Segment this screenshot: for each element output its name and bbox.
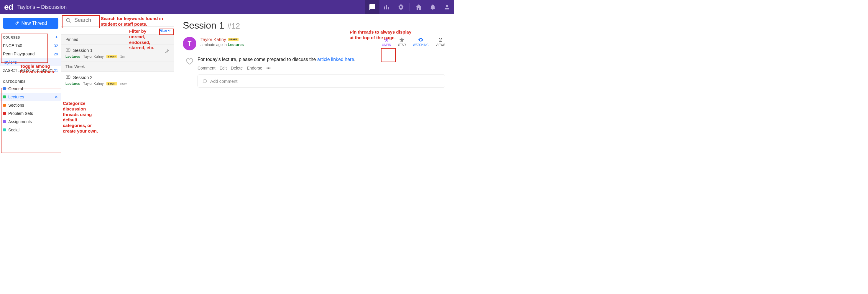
thread-item-title: Session 1 [73, 48, 93, 53]
category-swatch [3, 120, 6, 123]
course-row[interactable]: Taylor's [0, 58, 61, 66]
thread-item[interactable]: Session 2 Lectures Taylor Kahny STAFF no… [61, 72, 174, 89]
pin-icon [164, 48, 169, 55]
sidebar: New Thread COURSES + FNCE 74032 Penn Pla… [0, 14, 61, 156]
thread-item-title: Session 2 [73, 75, 93, 80]
watch-button[interactable]: WATCHING [413, 37, 428, 46]
endorse-action[interactable]: Endorse [247, 66, 262, 70]
comment-icon [202, 78, 207, 84]
category-row[interactable]: Sections [0, 101, 61, 109]
star-icon [399, 37, 405, 43]
categories-heading: CATEGORIES [3, 80, 26, 84]
topbar: ed Taylor's – Discussion [0, 0, 454, 14]
thread-section-header: This Week [61, 62, 174, 72]
staff-badge: STAFF [228, 38, 239, 41]
delete-action[interactable]: Delete [231, 66, 243, 70]
category-swatch [3, 128, 6, 131]
unpin-button[interactable]: UNPIN [382, 37, 391, 46]
more-icon[interactable]: ••• [266, 66, 271, 70]
staff-badge: STAFF [106, 82, 117, 86]
comment-input[interactable]: Add comment [197, 74, 445, 88]
discussion-icon[interactable] [365, 0, 379, 14]
course-row[interactable]: FNCE 74032 [0, 41, 61, 50]
category-row[interactable]: General [0, 85, 61, 93]
chevron-down-icon [168, 29, 171, 32]
thread-title: Session 1 [183, 20, 224, 31]
search-icon [65, 18, 71, 23]
author-name[interactable]: Taylor Kahny [200, 37, 226, 42]
courses-heading: COURSES [3, 36, 20, 39]
logo[interactable]: ed [0, 2, 18, 12]
thread-list: Filter Pinned Session 1 Lectures Taylor … [61, 14, 174, 156]
thread-body: For today's lecture, please come prepare… [197, 57, 445, 62]
category-swatch [3, 112, 6, 115]
views-count: 2 VIEWS [436, 37, 445, 46]
avatar: T [183, 37, 196, 51]
comment-action[interactable]: Comment [197, 66, 216, 70]
category-row[interactable]: Assignments [0, 118, 61, 126]
category-row[interactable]: Social [0, 126, 61, 134]
post-actions: Comment Edit Delete Endorse ••• [197, 66, 445, 70]
search-input[interactable] [74, 17, 169, 23]
staff-badge: STAFF [106, 55, 117, 58]
star-button[interactable]: STAR [398, 37, 406, 46]
bell-icon[interactable] [426, 0, 440, 14]
svg-point-0 [66, 18, 70, 22]
gear-icon[interactable] [394, 0, 408, 14]
thread-item[interactable]: Session 1 Lectures Taylor Kahny STAFF 1m [61, 44, 174, 62]
add-course-button[interactable]: + [55, 34, 58, 40]
svg-line-1 [69, 21, 71, 22]
edit-icon [14, 21, 19, 26]
category-swatch [3, 87, 6, 90]
page-title: Taylor's – Discussion [18, 4, 67, 10]
category-swatch [3, 95, 6, 98]
svg-rect-2 [66, 48, 70, 52]
svg-rect-5 [66, 75, 70, 79]
account-icon[interactable] [440, 0, 454, 14]
category-row[interactable]: Lectures✕ [0, 93, 61, 101]
body-link[interactable]: article linked here [317, 57, 354, 62]
heart-icon[interactable] [185, 57, 193, 65]
thread-view: Session 1 #12 T Taylor Kahny STAFF a min… [174, 14, 454, 156]
post-icon [65, 47, 71, 53]
home-icon[interactable] [412, 0, 426, 14]
edit-action[interactable]: Edit [220, 66, 227, 70]
new-thread-button[interactable]: New Thread [3, 18, 58, 29]
course-row[interactable]: zAS-CTL-EDST-001 B202121 [0, 66, 61, 74]
new-thread-label: New Thread [22, 21, 47, 26]
analytics-icon[interactable] [379, 0, 394, 14]
close-icon[interactable]: ✕ [55, 95, 58, 99]
course-row[interactable]: Penn Playground29 [0, 50, 61, 58]
filter-button[interactable]: Filter [159, 28, 171, 33]
post-icon [65, 74, 71, 80]
pin-icon [383, 37, 390, 43]
category-row[interactable]: Problem Sets [0, 109, 61, 118]
eye-icon [418, 37, 424, 43]
category-swatch [3, 104, 6, 107]
thread-category-link[interactable]: Lectures [228, 42, 244, 47]
thread-number: #12 [227, 22, 240, 31]
thread-meta: a minute ago in Lectures [200, 42, 382, 47]
thread-section-header: Pinned [61, 35, 174, 44]
